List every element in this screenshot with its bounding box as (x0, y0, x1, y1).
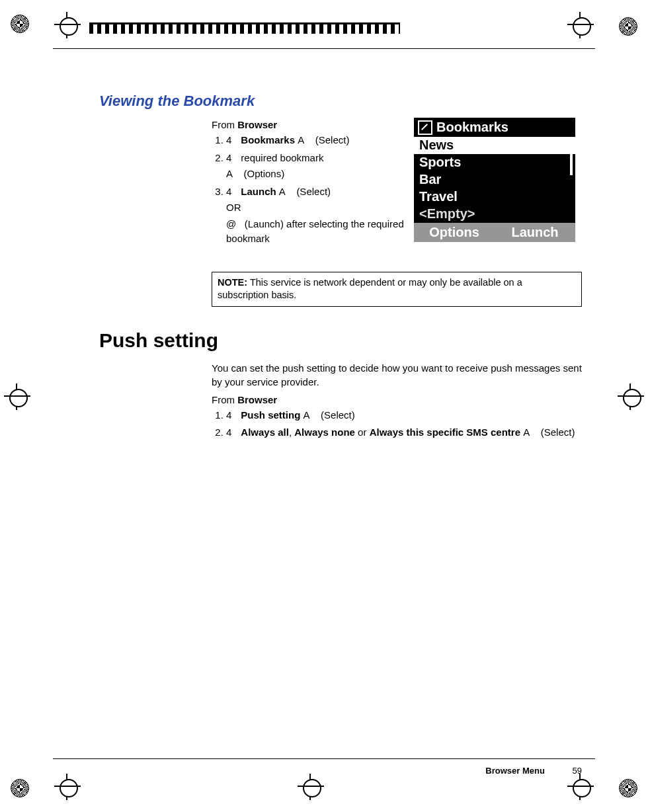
phone-screenshot: Bookmarks News Sports Bar Travel <Empty>… (414, 118, 575, 242)
note-box: NOTE: This service is network dependent … (212, 272, 582, 307)
crop-mark-icon (567, 12, 594, 38)
registration-mark-icon (619, 779, 637, 797)
sep: or (355, 426, 370, 438)
page: Viewing the Bookmark From Browser 4 Book… (0, 0, 648, 812)
nav-glyph: 4 (226, 184, 235, 200)
softkey-right[interactable]: Launch (495, 223, 575, 242)
page-footer: Browser Menu 59 (485, 766, 582, 776)
crop-mark-icon (298, 774, 324, 800)
step-bold: Bookmarks (241, 134, 295, 145)
softkey-left[interactable]: Options (414, 223, 495, 242)
sep: , (289, 426, 294, 438)
push-content: You can set the push setting to decide h… (212, 361, 582, 440)
scrollbar-thumb[interactable] (570, 138, 573, 175)
scrollbar[interactable] (570, 138, 573, 221)
step-bold: Launch (241, 186, 276, 197)
header-ornament-icon (89, 22, 400, 34)
from-label: From (212, 394, 235, 405)
step-action: (Select) (315, 134, 350, 145)
bookmarks-icon (418, 120, 432, 135)
softkey-glyph: A (226, 167, 235, 182)
softkey-glyph: A (523, 425, 532, 440)
step-text: required bookmark (241, 152, 323, 163)
crop-mark-icon (54, 774, 81, 800)
browser-word: Browser (237, 394, 277, 405)
step-item: 4 Launch A (Select) OR @ (Launch) after … (226, 184, 410, 247)
softkey-glyph: A (298, 133, 307, 148)
phone-list-item[interactable]: Sports (414, 154, 575, 171)
steps-list: 4 Bookmarks A (Select) 4 required bookma… (212, 133, 410, 247)
phone-header: Bookmarks (414, 118, 575, 137)
step-item: 4 Always all, Always none or Always this… (226, 425, 582, 440)
step-bold: Push setting (241, 409, 300, 421)
from-line: From Browser (212, 119, 410, 130)
nav-glyph: 4 (226, 408, 235, 423)
send-glyph: @ (226, 217, 236, 232)
option-bold: Always none (294, 426, 355, 438)
option-bold: Always this specific SMS centre (370, 426, 520, 438)
phone-list-item[interactable]: News (414, 137, 575, 154)
registration-mark-icon (11, 779, 29, 797)
divider (53, 758, 595, 759)
step-action: (Select) (541, 426, 575, 438)
softkey-glyph: A (279, 184, 288, 200)
browser-word: Browser (237, 119, 277, 130)
phone-softkeys: Options Launch (414, 223, 575, 242)
note-label: NOTE: (218, 277, 247, 288)
nav-glyph: 4 (226, 151, 235, 166)
step-item: 4 Bookmarks A (Select) (226, 133, 410, 148)
divider (53, 48, 595, 49)
registration-mark-icon (619, 17, 637, 36)
phone-list: News Sports Bar Travel <Empty> (414, 137, 575, 223)
section-title: Viewing the Bookmark (99, 93, 582, 110)
step-item: 4 Push setting A (Select) (226, 408, 582, 423)
step-action: (Select) (296, 186, 331, 197)
crop-mark-icon (54, 12, 81, 38)
or-label: OR (226, 200, 410, 216)
phone-list-item[interactable]: Bar (414, 171, 575, 188)
step-item: 4 required bookmark A (Options) (226, 151, 410, 182)
crop-mark-icon (567, 774, 594, 800)
or-text: (Launch) after selecting the required bo… (226, 218, 404, 245)
step-action: (Options) (244, 168, 285, 179)
page-number: 59 (573, 766, 582, 776)
option-bold: Always all (241, 426, 289, 438)
note-text: This service is network dependent or may… (218, 277, 522, 301)
footer-section: Browser Menu (485, 766, 545, 776)
phone-list-item[interactable]: Travel (414, 188, 575, 206)
registration-mark-icon (11, 15, 29, 33)
nav-glyph: 4 (226, 133, 235, 148)
phone-title: Bookmarks (436, 120, 508, 135)
phone-list-item[interactable]: <Empty> (414, 206, 575, 223)
steps-list: 4 Push setting A (Select) 4 Always all, … (212, 408, 582, 440)
push-description: You can set the push setting to decide h… (212, 361, 582, 389)
nav-glyph: 4 (226, 425, 235, 440)
crop-mark-icon (618, 384, 644, 410)
from-line: From Browser (212, 394, 582, 405)
crop-mark-icon (4, 384, 30, 410)
main-heading: Push setting (99, 329, 582, 352)
softkey-glyph: A (304, 408, 313, 423)
step-action: (Select) (321, 409, 355, 421)
from-label: From (212, 119, 235, 130)
